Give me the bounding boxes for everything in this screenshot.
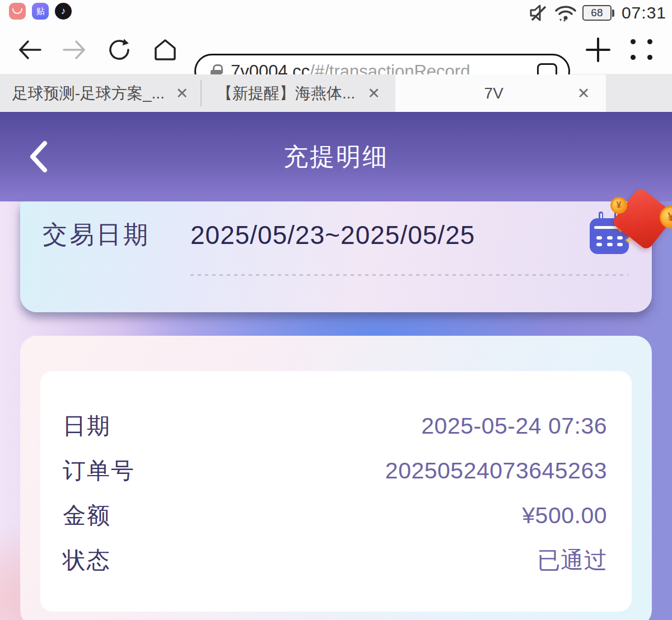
tab-haiyan[interactable]: 【新提醒】海燕体... ✕	[202, 74, 395, 112]
page-background: ¥ ¥ 交易日期 2025/05/23~2025/05/25 ✦ ✦	[0, 201, 672, 620]
sparkle-icon: ✦	[614, 219, 627, 237]
row-label: 状态	[63, 545, 111, 576]
dashed-divider	[190, 274, 628, 276]
record-row-status: 状态 已通过	[63, 538, 607, 583]
tieba-icon: 贴	[32, 3, 49, 20]
notification-app-icons: 贴 ♪	[9, 3, 72, 20]
record-list-card: 日期 2025-05-24 07:36 订单号 2025052407364526…	[20, 336, 652, 620]
battery-nub	[612, 10, 614, 17]
browser-toolbar: 7v0004.cc/#/transactionRecord	[0, 25, 672, 74]
forward-icon[interactable]	[62, 38, 87, 62]
tab-label: 【新提醒】海燕体...	[217, 83, 355, 104]
tab-7v-active[interactable]: 7V ✕	[395, 74, 606, 112]
new-tab-icon[interactable]	[586, 37, 610, 62]
date-range-value[interactable]: 2025/05/23~2025/05/25	[190, 220, 475, 250]
gold-coin-icon: ¥	[660, 206, 672, 228]
appgallery-icon	[9, 3, 26, 20]
page-title: 充提明细	[0, 112, 672, 201]
sparkle-icon: ✦	[624, 235, 632, 246]
screen: 贴 ♪ 68 07:31	[0, 0, 672, 620]
menu-icon[interactable]	[631, 39, 655, 61]
row-label: 金额	[63, 500, 111, 531]
row-label: 日期	[63, 411, 111, 441]
home-icon[interactable]	[152, 37, 178, 62]
row-value: 20250524073645263	[385, 458, 607, 484]
status-icons: 68 07:31	[529, 3, 666, 22]
record-row-date: 日期 2025-05-24 07:36	[63, 403, 607, 448]
tab-label: 7V	[484, 84, 503, 102]
record-row-amount: 金额 ¥500.00	[63, 493, 607, 538]
status-bar: 贴 ♪ 68 07:31	[0, 0, 672, 25]
reload-icon[interactable]	[106, 37, 132, 63]
battery-level: 68	[582, 5, 612, 21]
row-label: 订单号	[63, 455, 135, 486]
wifi-icon	[554, 3, 577, 22]
page-header: 充提明细	[0, 112, 672, 201]
tab-close-icon[interactable]: ✕	[367, 84, 380, 102]
status-clock: 07:31	[622, 3, 666, 22]
battery-indicator: 68	[582, 5, 614, 21]
record-item-card[interactable]: 日期 2025-05-24 07:36 订单号 2025052407364526…	[40, 371, 632, 612]
date-filter-row: 交易日期 2025/05/23~2025/05/25	[43, 218, 475, 251]
mute-icon	[529, 3, 549, 22]
status-badge: 已通过	[538, 545, 608, 576]
tab-close-icon[interactable]: ✕	[577, 84, 590, 102]
transaction-date-label: 交易日期	[43, 218, 190, 251]
back-icon[interactable]	[17, 38, 43, 62]
calendar-picker-icon[interactable]: ✦ ✦	[590, 212, 630, 254]
date-filter-card: 交易日期 2025/05/23~2025/05/25 ✦ ✦	[20, 201, 652, 312]
douyin-icon: ♪	[55, 3, 72, 20]
tab-strip: 足球预测-足球方案_... ✕ 【新提醒】海燕体... ✕ 7V ✕	[0, 74, 672, 112]
tab-close-icon[interactable]: ✕	[176, 84, 189, 102]
row-value: 2025-05-24 07:36	[421, 413, 607, 439]
tab-label: 足球预测-足球方案_...	[12, 83, 164, 104]
record-row-order-no: 订单号 20250524073645263	[63, 448, 607, 493]
tab-football[interactable]: 足球预测-足球方案_... ✕	[0, 74, 200, 112]
row-value: ¥500.00	[522, 502, 607, 529]
